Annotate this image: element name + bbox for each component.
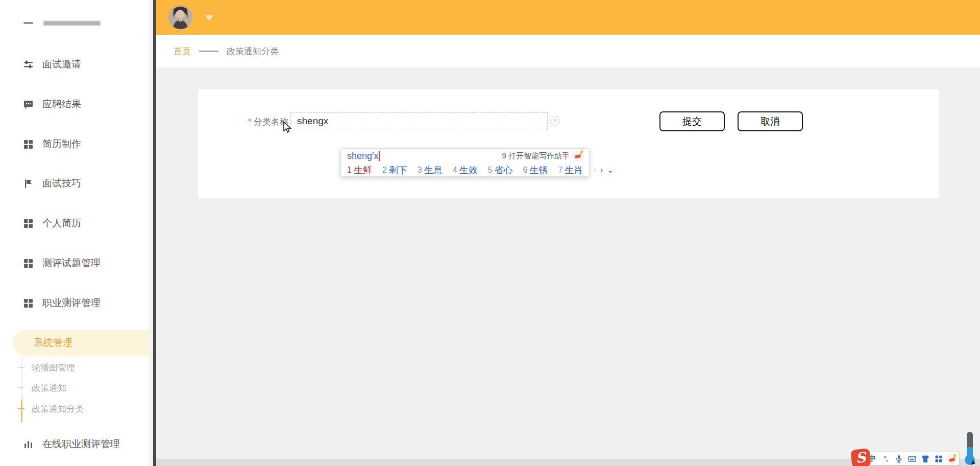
ime-punctuation-toggle[interactable]: °, [880, 454, 891, 464]
comment-icon [23, 100, 33, 109]
sidebar-item-label: 面试技巧 [42, 177, 81, 190]
toolbox-grid-icon[interactable] [934, 454, 944, 464]
form-panel: *分类名称 ✕ sheng'x 9 打开智能写作助手 1生鲜 2剩下 3生息 4… [198, 89, 939, 198]
ime-candidates-row: 1生鲜 2剩下 3生息 4生效 5省心 6生锈 7生肖 ‹ › ⌄ [341, 163, 589, 177]
microphone-icon[interactable] [894, 454, 904, 464]
sliders-icon [23, 60, 33, 69]
sidebar-item-career-test-mgmt[interactable]: 职业测评管理 [0, 291, 153, 315]
sidebar-item-test-question-mgmt[interactable]: 测评试题管理 [0, 251, 153, 275]
sidebar-item-clipped[interactable] [0, 15, 153, 31]
flag-icon [23, 179, 33, 189]
sidebar-item-label: 在线职业测评管理 [42, 437, 120, 451]
sidebar-subitem-carousel-mgmt[interactable]: 轮播图管理 [0, 359, 153, 376]
sidebar-subitem-label: 政策通知分类 [32, 403, 84, 415]
ime-composition-text: sheng'x [347, 151, 380, 161]
sidebar-item-label: 测评试题管理 [42, 257, 101, 270]
ime-candidate-1[interactable]: 1生鲜 [347, 164, 372, 176]
clear-input-icon[interactable]: ✕ [550, 116, 560, 126]
required-asterisk: * [248, 117, 252, 127]
ime-writing-assistant[interactable]: 9 打开智能写作助手 [502, 151, 583, 161]
grid-icon [23, 298, 33, 308]
ime-candidate-4[interactable]: 4生效 [453, 164, 478, 176]
bar-chart-icon [23, 439, 33, 449]
sidebar-item-label: 系统管理 [34, 336, 72, 350]
sidebar-item-interview-tips[interactable]: 面试技巧 [0, 171, 153, 196]
breadcrumb-home-link[interactable]: 首页 [174, 45, 191, 57]
category-name-label: *分类名称 [248, 116, 288, 128]
sidebar-item-label: 职业测评管理 [42, 296, 101, 310]
ime-next-page-icon[interactable]: › [600, 166, 603, 175]
chevron-down-icon[interactable] [205, 15, 213, 20]
sidebar-item-label: 应聘结果 [42, 98, 81, 111]
sidebar-item-personal-resume[interactable]: 个人简历 [0, 211, 153, 236]
grid-icon [23, 219, 33, 228]
category-name-input[interactable] [290, 112, 548, 129]
sogou-logo[interactable]: S [850, 448, 871, 466]
sidebar-item-system-mgmt[interactable]: 系统管理 [13, 330, 153, 356]
main-content: *分类名称 ✕ sheng'x 9 打开智能写作助手 1生鲜 2剩下 3生息 4… [156, 67, 980, 466]
ime-candidate-3[interactable]: 3生息 [418, 164, 443, 176]
cancel-button[interactable]: 取消 [738, 111, 803, 131]
sidebar-item-label: 面试邀请 [42, 58, 81, 71]
sidebar-subitem-policy-notice-category[interactable]: 政策通知分类 [0, 401, 153, 417]
sidebar-subitem-policy-notice[interactable]: 政策通知 [0, 380, 153, 396]
ime-candidate-5[interactable]: 5省心 [488, 164, 513, 176]
sidebar-item-apply-results[interactable]: 应聘结果 [0, 92, 153, 116]
ime-candidate-2[interactable]: 2剩下 [382, 164, 407, 176]
clipped-menu-label [43, 21, 101, 26]
breadcrumb-separator [199, 51, 218, 52]
breadcrumb-current-page: 政策通知分类 [227, 45, 279, 57]
submit-button[interactable]: 提交 [659, 111, 725, 131]
ime-prev-page-icon[interactable]: ‹ [593, 166, 596, 175]
ime-text-caret [379, 151, 380, 161]
ime-assistant-hint: 9 打开智能写作助手 [502, 151, 570, 161]
sidebar-item-label: 个人简历 [42, 217, 81, 230]
sidebar-content-divider [153, 0, 156, 466]
sogou-assistant-icon[interactable] [947, 454, 956, 463]
sidebar-subitem-label: 轮播图管理 [32, 362, 75, 374]
clipped-menu-icon [23, 22, 33, 24]
writing-assistant-icon [573, 151, 583, 161]
grid-icon [23, 259, 33, 268]
ime-candidate-6[interactable]: 6生锈 [523, 164, 548, 176]
sidebar-item-interview-invite[interactable]: 面试邀请 [0, 52, 153, 77]
breadcrumb: 首页 政策通知分类 [156, 35, 980, 67]
top-header [156, 0, 980, 35]
grid-icon [23, 139, 33, 149]
user-avatar[interactable] [168, 5, 192, 29]
sidebar-item-online-career-test-mgmt[interactable]: 在线职业测评管理 [0, 432, 153, 456]
mouse-cursor [283, 122, 294, 136]
sidebar: 面试邀请 应聘结果 简历制作 面试技巧 个人简历 测评试题管理 职业测评管理 系… [0, 0, 153, 466]
sidebar-item-resume-builder[interactable]: 简历制作 [0, 132, 153, 156]
ime-candidate-7[interactable]: 7生肖 [558, 164, 583, 176]
volume-slider[interactable] [967, 432, 973, 461]
ime-expand-icon[interactable]: ⌄ [607, 165, 614, 175]
sidebar-item-label: 简历制作 [42, 137, 81, 151]
sogou-ime-toolbar: 中 °, [864, 452, 960, 465]
skin-tshirt-icon[interactable] [920, 454, 930, 464]
sidebar-subitem-label: 政策通知 [32, 382, 66, 394]
ime-candidate-window: sheng'x 9 打开智能写作助手 1生鲜 2剩下 3生息 4生效 5省心 6… [340, 148, 590, 177]
keyboard-icon[interactable] [907, 454, 917, 464]
sidebar-scrollbar[interactable] [149, 0, 153, 466]
ime-composition-row: sheng'x 9 打开智能写作助手 [341, 149, 589, 163]
